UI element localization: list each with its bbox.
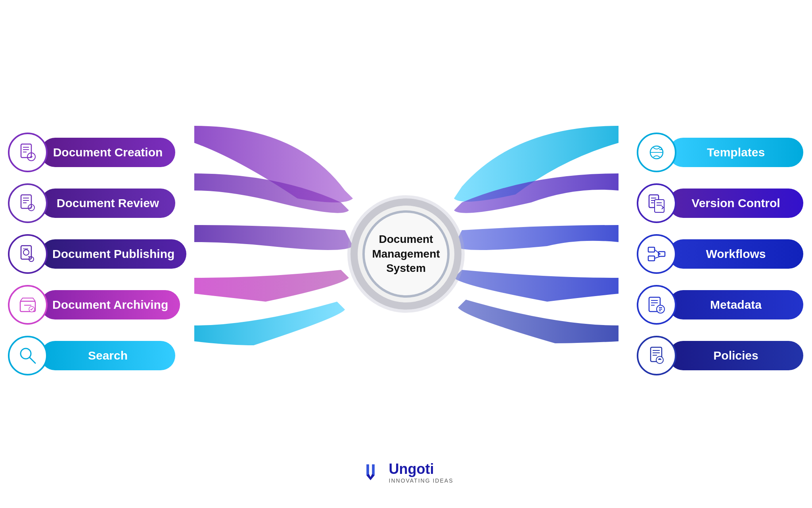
list-item: Search <box>16 336 186 375</box>
search-icon <box>8 336 48 375</box>
svg-line-37 <box>655 256 660 258</box>
document-archiving-label: Document Archiving <box>40 290 180 319</box>
svg-rect-33 <box>648 247 655 252</box>
logo-icon <box>359 460 383 484</box>
logo-name: Ungoti <box>389 461 454 477</box>
list-item: Document Archiving <box>16 285 186 325</box>
svg-rect-30 <box>655 200 664 212</box>
search-label: Search <box>40 341 175 370</box>
svg-line-23 <box>29 357 35 363</box>
svg-point-14 <box>23 250 29 255</box>
document-review-label: Document Review <box>40 189 175 218</box>
center-circle-inner: Document Management System <box>362 210 450 298</box>
logo-container: Ungoti INNOVATING IDEAS <box>359 460 454 484</box>
metadata-icon <box>637 285 676 325</box>
metadata-label: Metadata <box>668 290 803 319</box>
policies-icon <box>637 336 676 375</box>
center-title: Document Management System <box>365 232 447 275</box>
version-control-label: Version Control <box>668 189 803 218</box>
right-items: Templates Version Control <box>637 133 796 375</box>
svg-rect-34 <box>648 256 655 261</box>
list-item: Document Publishing <box>16 234 186 274</box>
document-review-icon <box>8 183 48 223</box>
policies-label: Policies <box>668 341 803 370</box>
left-items: Document Creation Document Review <box>16 133 186 375</box>
logo-text: Ungoti INNOVATING IDEAS <box>389 461 454 484</box>
document-publishing-label: Document Publishing <box>40 239 186 269</box>
list-item: Document Review <box>16 183 186 223</box>
list-item: Version Control <box>637 183 796 223</box>
logo-tagline: INNOVATING IDEAS <box>389 477 454 484</box>
workflows-icon <box>637 234 676 274</box>
list-item: Templates <box>637 133 796 172</box>
templates-label: Templates <box>668 138 803 167</box>
workflows-label: Workflows <box>668 239 803 269</box>
list-item: Metadata <box>637 285 796 325</box>
version-control-icon <box>637 183 676 223</box>
svg-rect-7 <box>21 195 31 208</box>
list-item: Document Creation <box>16 133 186 172</box>
list-item: Workflows <box>637 234 796 274</box>
templates-icon <box>637 133 676 172</box>
center-circle: Document Management System <box>350 198 462 310</box>
document-publishing-icon <box>8 234 48 274</box>
svg-rect-0 <box>21 144 31 158</box>
list-item: Policies <box>637 336 796 375</box>
diagram-container: Document Management System Document Crea… <box>0 0 812 508</box>
document-creation-icon <box>8 133 48 172</box>
svg-point-51 <box>659 358 661 360</box>
document-creation-label: Document Creation <box>40 138 175 167</box>
document-archiving-icon <box>8 285 48 325</box>
